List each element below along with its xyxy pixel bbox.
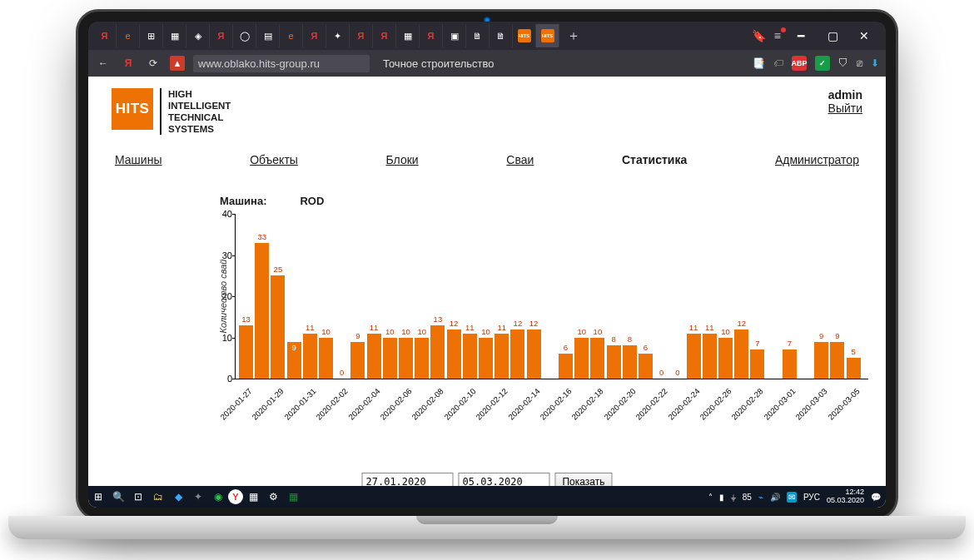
tray-notifications-icon[interactable]: 💬: [871, 493, 881, 502]
nav-link[interactable]: Статистика: [622, 153, 687, 166]
x-tick-label: 2020-02-06: [378, 387, 413, 422]
x-tick-label: 2020-02-28: [730, 387, 765, 422]
y-tick-label: 10: [212, 333, 232, 343]
nav-link[interactable]: Администратор: [775, 153, 859, 166]
bar-value-label: 12: [527, 319, 541, 328]
window-maximize[interactable]: ▢: [821, 24, 844, 47]
browser-tab[interactable]: ▦: [163, 24, 186, 47]
bookmark-page-icon[interactable]: 🏷: [773, 57, 783, 69]
browser-tab[interactable]: ◈: [186, 24, 210, 47]
bar-value-label: 12: [447, 319, 461, 328]
nav-back-button[interactable]: ←: [95, 55, 112, 72]
browser-tab[interactable]: ⊞: [140, 24, 163, 47]
browser-tab[interactable]: e: [280, 24, 303, 47]
browser-tab[interactable]: 🗎: [489, 24, 513, 47]
nav-reload-button[interactable]: ⟳: [145, 55, 162, 72]
browser-tab[interactable]: Я: [210, 24, 233, 47]
browser-tab[interactable]: Я: [350, 24, 373, 47]
yandex-home-icon[interactable]: Я: [120, 55, 137, 72]
insecure-site-icon[interactable]: ▲: [170, 56, 185, 71]
url-field[interactable]: www.oblako.hits-group.ru: [193, 55, 370, 72]
tray-clock[interactable]: 12:42 05.03.2020: [827, 488, 864, 505]
nav-link[interactable]: Объекты: [250, 153, 298, 166]
nav-link[interactable]: Машины: [115, 153, 162, 166]
nav-link[interactable]: Блоки: [386, 153, 419, 166]
screen: Яe⊞▦◈Я◯▤eЯ✦ЯЯ▦Я▣🗎🗎HITSHITS ＋ 🔖 ≡ ━ ▢ ✕ ←…: [88, 22, 886, 508]
nav-link[interactable]: Сваи: [506, 153, 534, 166]
excel-icon[interactable]: ▦: [283, 487, 303, 507]
settings-icon[interactable]: ⚙: [263, 487, 283, 507]
chart: Количество свай 133325911100911101010131…: [137, 214, 862, 379]
whatsapp-icon[interactable]: ◉: [208, 487, 228, 507]
tray-wifi-icon[interactable]: ⏚: [731, 493, 736, 502]
bar-value-label: 10: [574, 327, 589, 336]
browser-tab[interactable]: ▤: [256, 24, 280, 47]
calculator-icon[interactable]: ▦: [243, 487, 263, 507]
browser-tab[interactable]: HITS: [536, 24, 559, 47]
browser-address-bar: ← Я ⟳ ▲ www.oblako.hits-group.ru Точное …: [88, 50, 886, 77]
x-tick-label: 2020-03-03: [794, 387, 829, 422]
browser-tab[interactable]: Я: [373, 24, 396, 47]
extension-icon-1[interactable]: ⛉: [838, 57, 848, 69]
x-tick-label: 2020-01-27: [218, 387, 253, 422]
yandex-browser-icon[interactable]: Y: [228, 489, 243, 504]
tray-chevron-up-icon[interactable]: ˄: [708, 493, 713, 502]
bar-value-label: 13: [430, 315, 445, 324]
browser-tab[interactable]: e: [117, 24, 140, 47]
extension-icon-2[interactable]: ⎚: [857, 57, 862, 69]
logout-link[interactable]: Выйти: [828, 102, 862, 115]
x-tick-label: 2020-03-05: [826, 387, 861, 422]
bar-value-label: 11: [687, 323, 701, 332]
start-button[interactable]: ⊞: [88, 487, 108, 507]
app-icon-2[interactable]: ✦: [188, 487, 208, 507]
page-title-label: Точное строительство: [383, 57, 494, 70]
shield-icon[interactable]: ✓: [815, 56, 830, 71]
bar-value-label: 8: [607, 335, 621, 344]
main-nav: МашиныОбъектыБлокиСваиСтатистикаАдминист…: [112, 153, 862, 166]
explorer-icon[interactable]: 🗂: [148, 487, 168, 507]
bookmark-icon[interactable]: 🔖: [752, 29, 766, 42]
tray-language[interactable]: РУС: [803, 493, 820, 502]
bar-value-label: 10: [718, 327, 733, 336]
bar-value-label: 8: [623, 335, 637, 344]
browser-tab[interactable]: Я: [303, 24, 326, 47]
x-tick-label: 2020-02-24: [666, 387, 701, 422]
browser-tab[interactable]: HITS: [513, 24, 536, 47]
bar-value-label: 9: [350, 331, 365, 340]
downloads-icon[interactable]: ⬇: [871, 57, 879, 69]
bar-value-label: 10: [319, 327, 333, 336]
browser-tab[interactable]: ◯: [233, 24, 256, 47]
tray-bluetooth-icon[interactable]: ⌁: [758, 493, 763, 502]
x-tick-label: 2020-02-18: [570, 387, 605, 422]
window-close[interactable]: ✕: [852, 24, 876, 47]
window-minimize[interactable]: ━: [789, 24, 812, 47]
browser-tab[interactable]: ▣: [443, 24, 466, 47]
tray-mail-icon[interactable]: ✉: [787, 492, 797, 503]
browser-tab[interactable]: 🗎: [466, 24, 489, 47]
search-icon[interactable]: 🔍: [108, 487, 128, 507]
app-icon-1[interactable]: ◆: [168, 487, 188, 507]
x-tick-label: 2020-02-14: [506, 387, 541, 422]
tray-volume-icon[interactable]: 🔊: [770, 493, 780, 502]
browser-tab[interactable]: ▦: [396, 24, 420, 47]
bar-value-label: 9: [287, 343, 301, 352]
bar-value-label: 33: [255, 232, 269, 241]
translate-icon[interactable]: 📑: [753, 57, 765, 69]
bar-value-label: 10: [479, 327, 493, 336]
chart-header: Машина: ROD: [220, 195, 862, 207]
new-tab-button[interactable]: ＋: [564, 27, 583, 45]
browser-tab-strip: Яe⊞▦◈Я◯▤eЯ✦ЯЯ▦Я▣🗎🗎HITSHITS ＋ 🔖 ≡ ━ ▢ ✕: [88, 22, 886, 50]
browser-tab[interactable]: ✦: [326, 24, 350, 47]
y-tick-label: 0: [212, 374, 232, 384]
logo-badge: HITS: [112, 88, 153, 130]
browser-tab[interactable]: Я: [93, 24, 117, 47]
tray-battery-icon[interactable]: ▮: [719, 493, 724, 502]
bar-value-label: 10: [399, 327, 413, 336]
task-view-icon[interactable]: ⊡: [128, 487, 148, 507]
browser-tab[interactable]: Я: [420, 24, 443, 47]
adblock-icon[interactable]: ABP: [792, 56, 807, 71]
menu-icon[interactable]: ≡: [774, 29, 781, 42]
y-tick-label: 20: [212, 291, 232, 301]
x-tick-label: 2020-02-22: [634, 387, 669, 422]
bar-value-label: 10: [383, 327, 397, 336]
